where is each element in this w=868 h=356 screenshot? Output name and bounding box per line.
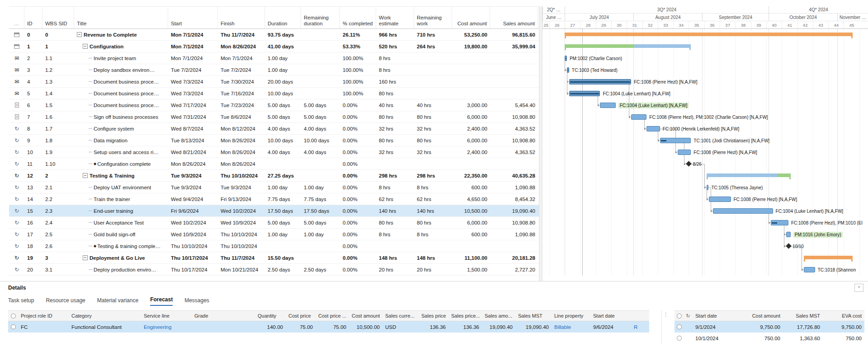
task-row-0[interactable]: 00−Revenue to CompleteMon 7/1/2024Thu 11… xyxy=(9,29,539,41)
task-title: Deployment & Go Live xyxy=(90,252,145,264)
forecast-row[interactable]: FCFunctional ConsultantEngineering140.00… xyxy=(8,321,649,333)
column-header-title[interactable]: Title xyxy=(74,7,168,28)
collapse-toggle-icon[interactable]: − xyxy=(77,32,82,37)
task-row-13[interactable]: ↻132.1Deploy UAT environmentTue 9/3/2024… xyxy=(9,182,539,193)
gantt-task-bar-5[interactable] xyxy=(569,91,600,96)
forecast-col-sales_mst[interactable]: Sales MST xyxy=(515,313,552,319)
gantt-task-bar-7[interactable] xyxy=(631,114,646,120)
collapse-details-button[interactable]: ^ xyxy=(854,284,863,292)
forecast-cell-service_line[interactable]: Engineering xyxy=(141,324,192,330)
task-row-2[interactable]: ✉21.1Invite project teamMon 7/1/2024Mon … xyxy=(9,52,539,64)
gantt-milestone-11[interactable] xyxy=(686,161,692,167)
task-row-19[interactable]: ↻193−Deployment & Go LiveThu 10/17/2024T… xyxy=(9,252,539,264)
column-header-icon[interactable]: … xyxy=(9,7,24,28)
tab-resource-usage[interactable]: Resource usage xyxy=(46,297,85,306)
column-header-duration[interactable]: Duration xyxy=(265,7,301,28)
column-header-rem_work[interactable]: Remaining work xyxy=(414,7,452,28)
gantt-task-bar-14[interactable] xyxy=(709,197,731,202)
column-header-wbs[interactable]: WBS SID xyxy=(42,7,74,28)
forecast-col-sales_amount[interactable]: Sales amo... xyxy=(482,313,515,319)
totals-col-eva_cost[interactable]: EVA cost xyxy=(823,313,864,319)
gantt-task-bar-15[interactable] xyxy=(713,208,773,214)
select-column-icon[interactable] xyxy=(677,314,682,319)
task-row-16[interactable]: ↻162.4User Acceptance TestWed 10/2/2024W… xyxy=(9,217,539,229)
column-header-cost[interactable]: Cost amount xyxy=(452,7,490,28)
gantt-task-bar-10[interactable] xyxy=(678,150,691,155)
tab-task-setup[interactable]: Task setup xyxy=(8,297,34,306)
task-row-12[interactable]: ↻122−Testing & TrainingTue 9/3/2024Thu 1… xyxy=(9,170,539,182)
gantt-milestone-18[interactable] xyxy=(786,243,792,249)
column-header-start[interactable]: Start xyxy=(168,7,218,28)
forecast-col-quantity[interactable]: Quantity xyxy=(255,313,286,319)
gantt-task-bar-13[interactable] xyxy=(707,185,709,190)
gantt-summary-bar-12[interactable] xyxy=(707,173,791,177)
totals-col-start_date[interactable]: Start date xyxy=(693,313,747,319)
task-row-1[interactable]: 11−ConfigurationMon 7/1/2024Mon 8/26/202… xyxy=(9,41,539,52)
task-row-9[interactable]: ↻91.8Data migrationTue 8/13/2024Mon 8/26… xyxy=(9,135,539,146)
task-row-18[interactable]: ↻182.6◆Testing & training comple…Thu 10/… xyxy=(9,240,539,252)
gantt-task-bar-2[interactable] xyxy=(565,56,567,61)
forecast-col-service_line[interactable]: Service line xyxy=(141,313,192,319)
task-row-15[interactable]: ↻152.3End-user trainingFri 9/6/2024Wed 1… xyxy=(9,205,539,217)
gantt-task-bar-4[interactable] xyxy=(569,79,631,84)
row-selector-icon[interactable] xyxy=(677,336,682,341)
column-header-finish[interactable]: Finish xyxy=(218,7,265,28)
forecast-col-cost_price2[interactable]: Cost price ... xyxy=(316,313,349,319)
tab-material-variance[interactable]: Material variance xyxy=(97,297,138,306)
task-row-14[interactable]: ↻142.2Train the trainerWed 9/4/2024Fri 9… xyxy=(9,193,539,205)
gantt-week-header: 31 xyxy=(627,21,642,29)
forecast-col-category[interactable]: Category xyxy=(69,313,141,319)
task-row-11[interactable]: ↻111.10◆Configuration completeMon 8/26/2… xyxy=(9,158,539,170)
gantt-task-bar-3[interactable] xyxy=(567,67,569,73)
task-row-20[interactable]: ↻203.1Deploy production enviro…Thu 10/17… xyxy=(9,264,539,276)
pane-splitter[interactable] xyxy=(539,6,542,281)
collapse-toggle-icon[interactable]: − xyxy=(83,173,88,178)
forecast-cell-extra[interactable]: R xyxy=(631,324,649,330)
totals-col-cost_amount[interactable]: Cost amount xyxy=(747,313,783,319)
forecast-col-cost_amount[interactable]: Cost amount xyxy=(349,313,382,319)
column-header-work[interactable]: Work estimate xyxy=(376,7,414,28)
forecast-col-line_property[interactable]: Line property xyxy=(552,313,590,319)
task-row-6[interactable]: 61.5Document business proce…Wed 7/17/202… xyxy=(9,99,539,111)
tab-messages[interactable]: Messages xyxy=(184,297,209,306)
collapse-toggle-icon[interactable]: − xyxy=(83,44,88,49)
column-header-rem_duration[interactable]: Remaining duration xyxy=(301,7,340,28)
gantt-summary-bar-1[interactable] xyxy=(565,44,691,48)
forecast-col-sales_price[interactable]: Sales price xyxy=(419,313,448,319)
forecast-col-sales_price2[interactable]: Sales price... xyxy=(448,313,482,319)
tab-forecast[interactable]: Forecast xyxy=(150,296,173,306)
select-column-icon[interactable] xyxy=(11,314,16,319)
forecast-cell-line_property[interactable]: Billable xyxy=(552,324,590,330)
refresh-column-icon[interactable]: ↻ xyxy=(686,314,690,319)
row-selector-icon[interactable] xyxy=(11,324,16,329)
forecast-col-grade[interactable]: Grade xyxy=(192,313,255,319)
forecast-col-sales_currency[interactable]: Sales curre... xyxy=(382,313,419,319)
totals-col-sales_mst[interactable]: Sales MST xyxy=(783,313,823,319)
column-header-sales[interactable]: Sales amount xyxy=(490,7,538,28)
collapse-toggle-icon[interactable]: − xyxy=(83,255,88,260)
gantt-task-bar-9[interactable] xyxy=(660,138,691,143)
gantt-task-bar-8[interactable] xyxy=(646,126,660,131)
forecast-col-cost_price[interactable]: Cost price xyxy=(286,313,316,319)
gantt-task-bar-6[interactable] xyxy=(600,103,615,108)
table-splitter[interactable]: ⋮ xyxy=(649,310,675,344)
task-row-3[interactable]: ✉31.2Deploy sandbox environ…Tue 7/2/2024… xyxy=(9,64,539,76)
totals-row[interactable]: 9/1/20249,750.0017,726.809,750.00 xyxy=(675,321,864,333)
task-row-7[interactable]: 71.6Sign off business processesWed 7/31/… xyxy=(9,111,539,123)
gantt-summary-bar-19[interactable] xyxy=(804,256,853,259)
gantt-task-bar-17[interactable] xyxy=(786,232,791,237)
gantt-summary-bar-0[interactable] xyxy=(565,33,853,36)
task-row-17[interactable]: ↻172.5Gold build sign-offWed 10/9/2024Th… xyxy=(9,229,539,240)
gantt-task-bar-16[interactable] xyxy=(771,220,788,225)
forecast-col-project_role_id[interactable]: Project role ID xyxy=(18,313,69,319)
gantt-task-bar-20[interactable] xyxy=(804,267,815,272)
task-row-10[interactable]: ↻101.9Setup users and access ri…Wed 8/21… xyxy=(9,146,539,158)
totals-row[interactable]: 10/1/2024750.001,363.60750.00 xyxy=(675,333,864,344)
task-row-5[interactable]: ✉51.4Document business proce…Wed 7/3/202… xyxy=(9,88,539,99)
forecast-col-start_date[interactable]: Start date xyxy=(590,313,631,319)
column-header-id[interactable]: ID xyxy=(24,7,42,28)
column-header-pct[interactable]: % completed xyxy=(340,7,376,28)
task-row-8[interactable]: ↻81.7Configure systemWed 8/7/2024Mon 8/1… xyxy=(9,123,539,135)
row-selector-icon[interactable] xyxy=(677,324,682,329)
task-row-4[interactable]: ✉41.3Document business proce…Wed 7/3/202… xyxy=(9,76,539,88)
